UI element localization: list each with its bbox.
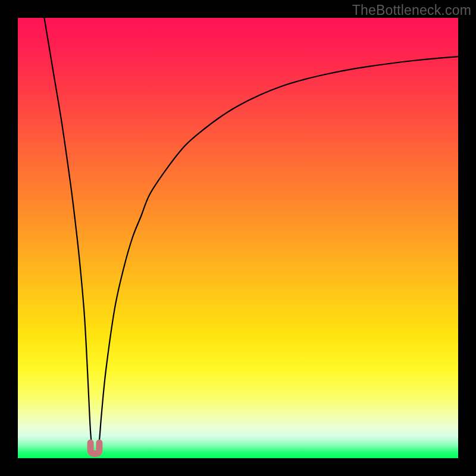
plot-area: [18, 18, 458, 458]
bottleneck-curve: [44, 18, 458, 454]
valley-marker: [90, 443, 99, 454]
chart-frame: TheBottleneck.com: [0, 0, 476, 476]
chart-svg: [18, 18, 458, 458]
watermark-text: TheBottleneck.com: [352, 2, 471, 18]
